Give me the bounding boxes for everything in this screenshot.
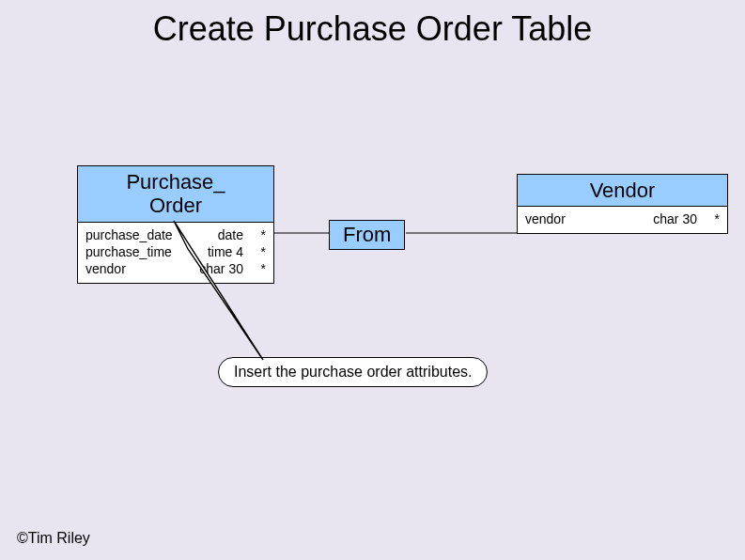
attr-type: char 30 [199, 260, 243, 277]
attr-required-mark: * [253, 260, 266, 277]
attr-name: purchase_time [85, 243, 198, 260]
attr-required-mark: * [253, 243, 266, 260]
entity-purchase-order-body: purchase_date date * purchase_time time … [78, 223, 273, 284]
entity-purchase-order-header: Purchase_ Order [78, 166, 273, 223]
callout-insert-attributes: Insert the purchase order attributes. [218, 357, 488, 387]
attr-required-mark: * [253, 226, 266, 243]
attr-name: purchase_date [85, 226, 209, 243]
attr-type: time 4 [208, 243, 243, 260]
attr-type: char 30 [653, 210, 697, 227]
entity-vendor-body: vendor char 30 * [518, 207, 727, 233]
copyright: ©Tim Riley [17, 530, 90, 547]
table-row: purchase_time time 4 * [85, 243, 266, 260]
table-row: vendor char 30 * [85, 260, 266, 277]
attr-type: date [218, 226, 243, 243]
slide-title: Create Purchase Order Table [0, 9, 745, 49]
attr-required-mark: * [706, 210, 720, 227]
attr-name: vendor [525, 210, 644, 227]
entity-vendor: Vendor vendor char 30 * [517, 174, 728, 234]
relationship-from: From [329, 220, 405, 250]
entity-vendor-header: Vendor [518, 175, 727, 207]
entity-purchase-order: Purchase_ Order purchase_date date * pur… [77, 165, 274, 284]
table-row: purchase_date date * [85, 226, 266, 243]
table-row: vendor char 30 * [525, 210, 720, 227]
attr-name: vendor [85, 260, 190, 277]
